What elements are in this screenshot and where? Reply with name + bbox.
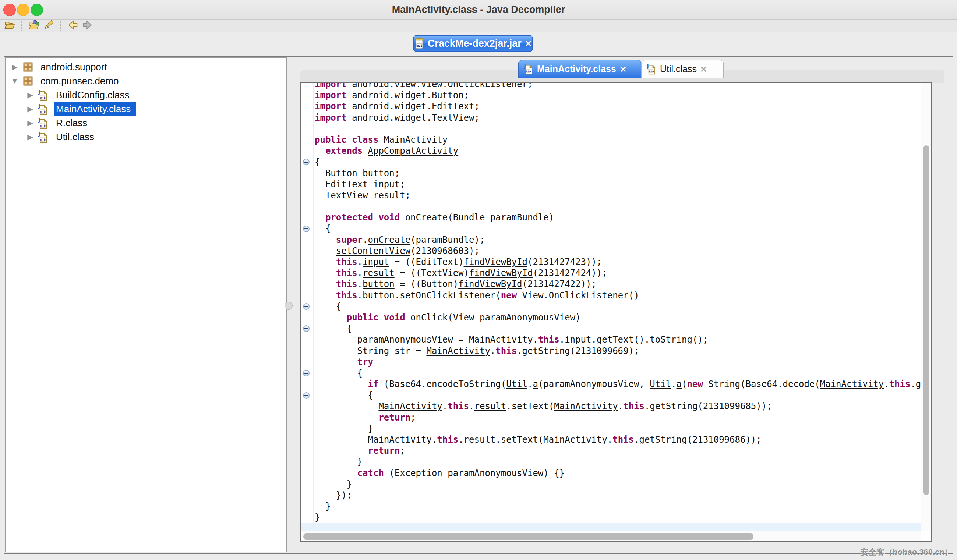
code-line: public class MainActivity [301, 134, 921, 145]
svg-text:010: 010 [41, 138, 46, 141]
tree-item-label[interactable]: Util.class [54, 130, 99, 144]
code-line: this.button = ((Button)findViewById(2131… [301, 279, 921, 290]
code-line: this.result = ((TextView)findViewById(21… [301, 268, 921, 279]
class-icon: J010 [38, 89, 50, 101]
code-line: String str = MainActivity.this.getString… [301, 345, 921, 357]
tree-item-label[interactable]: android.support [39, 60, 112, 74]
svg-text:J: J [38, 89, 40, 95]
code-line: } [301, 501, 921, 512]
toolbar [0, 19, 957, 32]
expand-arrow-icon[interactable]: ▶ [10, 63, 19, 71]
horizontal-scrollbar-track[interactable] [301, 531, 921, 542]
horizontal-scrollbar-thumb[interactable] [303, 533, 753, 540]
tree-item-label[interactable]: com.punsec.demo [39, 74, 124, 88]
code-line: paramAnonymousView = MainActivity.this.i… [301, 334, 921, 345]
svg-text:010: 010 [649, 70, 654, 73]
code-line: this.button.setOnClickListener(new View.… [301, 290, 921, 301]
svg-text:010: 010 [41, 110, 46, 113]
tree-item-util-class[interactable]: ▶J010Util.class [6, 130, 286, 144]
search-button[interactable] [42, 19, 55, 32]
fold-collapse-icon[interactable] [303, 303, 310, 310]
tree-item-label[interactable]: R.class [54, 116, 92, 130]
code-line: MainActivity.this.result.setText(MainAct… [301, 434, 921, 445]
code-line: MainActivity.this.result.setText(MainAct… [301, 401, 921, 412]
tree-item-mainactivity-class[interactable]: ▶J010MainActivity.class [6, 102, 286, 116]
back-arrow-icon [67, 19, 79, 32]
close-tab-icon[interactable]: × [700, 64, 707, 75]
tree-item-buildconfig-class[interactable]: ▶J010BuildConfig.class [6, 88, 286, 102]
forward-arrow-icon [82, 19, 93, 32]
open-file-button[interactable] [3, 19, 16, 32]
fold-gutter-line [313, 83, 314, 531]
code-line [301, 123, 921, 134]
jar-tab-label: CrackMe-dex2jar.jar [428, 38, 521, 49]
class-icon: J010 [38, 117, 50, 129]
expand-arrow-icon[interactable]: ▶ [25, 133, 35, 141]
watermark: 安全客（bobao.360.cn） [860, 547, 952, 558]
package-icon [22, 61, 34, 73]
expand-arrow-icon[interactable]: ▶ [25, 104, 35, 113]
tree-item-android-support[interactable]: ▶android.support [6, 60, 286, 74]
tab-label: MainActivity.class [537, 64, 616, 74]
code-line: return; [301, 412, 921, 423]
class-file-icon: J010 [524, 63, 533, 75]
code-line: TextView result; [301, 190, 921, 201]
svg-text:J: J [38, 103, 40, 109]
tree-item-com-punsec-demo[interactable]: ▼com.punsec.demo [6, 74, 286, 88]
tree-item-label[interactable]: BuildConfig.class [54, 88, 134, 102]
code-content: import android.view.View.OnClickListener… [301, 82, 921, 534]
tab-mainactivity-class[interactable]: J010 MainActivity.class × [518, 60, 641, 78]
forward-button[interactable] [81, 19, 94, 32]
open-folder-icon [4, 19, 16, 32]
tree-item-label[interactable]: MainActivity.class [54, 102, 136, 116]
class-icon: J010 [38, 131, 50, 143]
code-line: setContentView(2130968603); [301, 245, 921, 256]
package-icon [22, 75, 34, 87]
svg-text:010: 010 [41, 96, 46, 99]
class-icon: J010 [38, 103, 50, 115]
splitter-handle[interactable] [284, 302, 293, 310]
code-line: public void onClick(View paramAnonymousV… [301, 312, 921, 323]
svg-text:010: 010 [526, 70, 531, 73]
toolbar-separator [60, 21, 61, 30]
code-line: { [301, 301, 921, 312]
tab-util-class[interactable]: J010 Util.class × [641, 60, 724, 78]
code-line: import android.widget.EditText; [301, 101, 921, 112]
code-line: protected void onCreate(Bundle paramBund… [301, 212, 921, 223]
back-button[interactable] [66, 19, 79, 32]
code-line: import android.widget.Button; [301, 90, 921, 101]
code-line: import android.view.View.OnClickListener… [301, 82, 921, 90]
tree-item-r-class[interactable]: ▶J010R.class [6, 116, 286, 130]
open-type-button[interactable] [27, 19, 41, 32]
close-tab-icon[interactable]: × [620, 64, 627, 75]
vertical-scrollbar-thumb[interactable] [923, 145, 929, 495]
collapse-arrow-icon[interactable]: ▼ [10, 77, 19, 85]
code-editor: import android.view.View.OnClickListener… [300, 82, 932, 542]
fold-collapse-icon[interactable] [303, 392, 310, 399]
code-line: extends AppCompatActivity [301, 145, 921, 156]
code-line: } [301, 423, 921, 434]
code-line: if (Base64.encodeToString(Util.a(paramAn… [301, 379, 921, 390]
toolbar-separator [21, 21, 22, 30]
java-decompiler-window: MainActivity.class - Java Decompiler [0, 0, 957, 560]
svg-text:010: 010 [417, 44, 422, 47]
code-line: { [301, 323, 921, 334]
code-line: import android.widget.TextView; [301, 112, 921, 123]
code-line: EditText input; [301, 179, 921, 190]
code-line: return; [301, 445, 921, 456]
code-line: { [301, 368, 921, 379]
code-line [301, 201, 921, 212]
expand-arrow-icon[interactable]: ▶ [25, 90, 35, 99]
code-line: Button button; [301, 168, 921, 179]
code-line: this.input = ((EditText)findViewById(213… [301, 256, 921, 268]
code-line: { [301, 390, 921, 401]
expand-arrow-icon[interactable]: ▶ [25, 118, 35, 127]
pen-search-icon [43, 19, 54, 32]
close-jar-tab-icon[interactable]: × [525, 38, 532, 49]
class-file-icon: J010 [647, 63, 656, 75]
svg-text:J: J [38, 131, 40, 137]
fold-collapse-icon[interactable] [303, 226, 310, 232]
code-line: } [301, 512, 921, 523]
code-line: } [301, 456, 921, 467]
jar-file-tab[interactable]: 010 CrackMe-dex2jar.jar × [413, 35, 533, 52]
